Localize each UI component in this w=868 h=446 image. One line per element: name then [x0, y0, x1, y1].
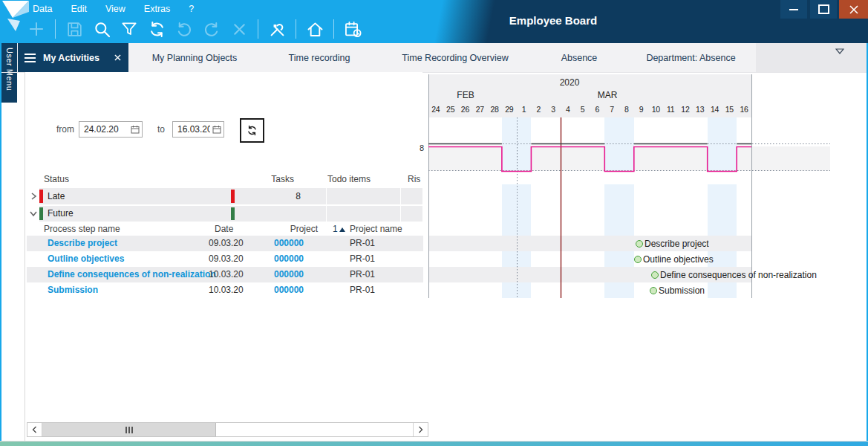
milestone-icon[interactable] — [634, 256, 642, 263]
table-row[interactable]: Submission 10.03.20 000000 PR-01 — [27, 282, 423, 298]
process-step-link[interactable]: Outline objectives — [48, 253, 124, 264]
home-icon[interactable] — [304, 18, 326, 40]
col-header-date[interactable]: Date — [215, 224, 233, 234]
scrollbar-thumb[interactable] — [42, 423, 216, 436]
planning-calendar-icon[interactable] — [342, 18, 364, 40]
row-date: 10.03.20 — [209, 285, 244, 295]
milestone-icon[interactable] — [650, 287, 657, 294]
filter-icon[interactable] — [118, 18, 140, 40]
refresh-icon — [246, 124, 258, 137]
day-label: 2 — [531, 103, 546, 117]
milestone[interactable]: Describe project — [636, 236, 709, 251]
apply-refresh-button[interactable] — [240, 118, 264, 143]
scroll-left-button[interactable] — [27, 423, 42, 436]
row-date: 09.03.20 — [209, 238, 244, 248]
menu-help[interactable]: ? — [189, 3, 194, 16]
milestone[interactable]: Outline objectives — [634, 251, 714, 267]
menu-extras[interactable]: Extras — [144, 3, 170, 16]
table-row[interactable]: Outline objectives 09.03.20 000000 PR-01 — [27, 251, 423, 267]
col-header-project-name[interactable]: Project name — [350, 224, 402, 234]
day-label: 16 — [737, 103, 751, 117]
tab-absence[interactable]: Absence — [532, 43, 626, 72]
weekend-band — [708, 117, 737, 171]
chart-left-border — [428, 74, 429, 298]
col-header-status[interactable]: Status — [44, 174, 69, 184]
tab-department-absence[interactable]: Department: Absence — [626, 43, 756, 72]
milestone[interactable]: Submission — [650, 282, 705, 298]
process-step-link[interactable]: Define consequences of non-realization — [48, 269, 216, 279]
project-link[interactable]: 000000 — [249, 238, 304, 248]
menu-view[interactable]: View — [105, 3, 125, 16]
row-project-name: PR-01 — [350, 285, 375, 295]
timescale-month-mar: MAR — [585, 90, 630, 100]
calendar-icon[interactable] — [212, 125, 221, 134]
gantt-panel: 2020 FEB MAR 24 25 26 27 28 29 1 2 3 4 5… — [428, 74, 867, 298]
calendar-icon[interactable] — [131, 125, 140, 134]
day-label: 25 — [443, 103, 458, 117]
search-icon[interactable] — [91, 18, 113, 40]
milestone-icon[interactable] — [636, 240, 643, 248]
day-label: 7 — [604, 103, 619, 117]
future-status-bar — [39, 207, 43, 220]
capacity-axis-label: 8 — [420, 143, 424, 152]
divider — [400, 188, 401, 204]
table-row[interactable]: Define consequences of non-realization 1… — [27, 267, 423, 282]
row-project-name: PR-01 — [350, 253, 375, 264]
chart-right-border — [751, 74, 752, 298]
col-header-risks[interactable]: Ris — [408, 174, 420, 184]
scroll-right-button[interactable] — [413, 423, 428, 436]
milestone-label: Describe project — [645, 239, 709, 249]
hamburger-icon — [25, 54, 36, 62]
day-label: 15 — [722, 103, 737, 117]
maximize-button[interactable] — [810, 0, 837, 19]
project-link[interactable]: 000000 — [249, 253, 304, 264]
tab-overflow-icon[interactable] — [835, 48, 844, 54]
sort-asc-icon — [339, 227, 345, 232]
timescale-year: 2020 — [540, 77, 599, 88]
process-step-link[interactable]: Describe project — [48, 238, 117, 248]
row-date: 10.03.20 — [209, 269, 244, 279]
divider — [326, 188, 327, 204]
milestone-icon[interactable] — [651, 271, 659, 279]
toolbar-separator — [333, 19, 334, 39]
menu-edit[interactable]: Edit — [71, 3, 87, 16]
col-header-todo-items[interactable]: Todo items — [307, 174, 371, 184]
close-button[interactable] — [839, 0, 868, 19]
weekend-band — [604, 117, 634, 171]
user-menu-tab[interactable]: User Menu — [1, 43, 17, 103]
project-link[interactable]: 000000 — [249, 285, 304, 295]
process-step-link[interactable]: Submission — [48, 285, 98, 295]
expand-chevron-right-icon[interactable] — [30, 192, 37, 201]
menu-data[interactable]: Data — [33, 3, 52, 16]
horizontal-scrollbar[interactable] — [27, 422, 428, 437]
col-header-tasks[interactable]: Tasks — [248, 174, 294, 184]
table-row[interactable]: Describe project 09.03.20 000000 PR-01 — [27, 236, 423, 251]
divider — [326, 206, 327, 222]
tab-label: My Planning Objects — [152, 53, 238, 63]
to-date-field — [172, 121, 224, 138]
minimize-button[interactable] — [780, 0, 807, 19]
refresh-icon[interactable] — [146, 18, 168, 40]
tab-time-recording[interactable]: Time recording — [261, 43, 378, 72]
col-header-process-step[interactable]: Process step name — [44, 224, 120, 234]
group-label: Late — [48, 191, 65, 201]
day-label: 24 — [428, 103, 443, 117]
sort-indicator[interactable]: 1 — [333, 224, 345, 234]
group-row-late[interactable]: Late 8 — [39, 188, 422, 204]
scrollbar-track[interactable] — [216, 423, 413, 436]
toolbar — [25, 17, 364, 41]
day-label: 13 — [693, 103, 708, 117]
group-row-future[interactable]: Future — [39, 206, 422, 222]
tab-my-planning-objects[interactable]: My Planning Objects — [128, 43, 261, 72]
collapse-chevron-down-icon[interactable] — [29, 210, 38, 217]
late-status-bar — [39, 190, 43, 203]
project-link[interactable]: 000000 — [249, 269, 304, 279]
milestone[interactable]: Define consequences of non-realization — [651, 267, 817, 282]
tab-close-icon[interactable] — [114, 54, 121, 61]
col-header-project[interactable]: Project — [270, 224, 318, 234]
tools-icon[interactable] — [266, 18, 288, 40]
tab-time-recording-overview[interactable]: Time Recording Overview — [378, 43, 532, 72]
tab-my-activities[interactable]: My Activities — [18, 43, 128, 72]
title-bar: Data Edit View Extras ? — [0, 0, 868, 43]
timescale-month-feb: FEB — [443, 90, 488, 100]
